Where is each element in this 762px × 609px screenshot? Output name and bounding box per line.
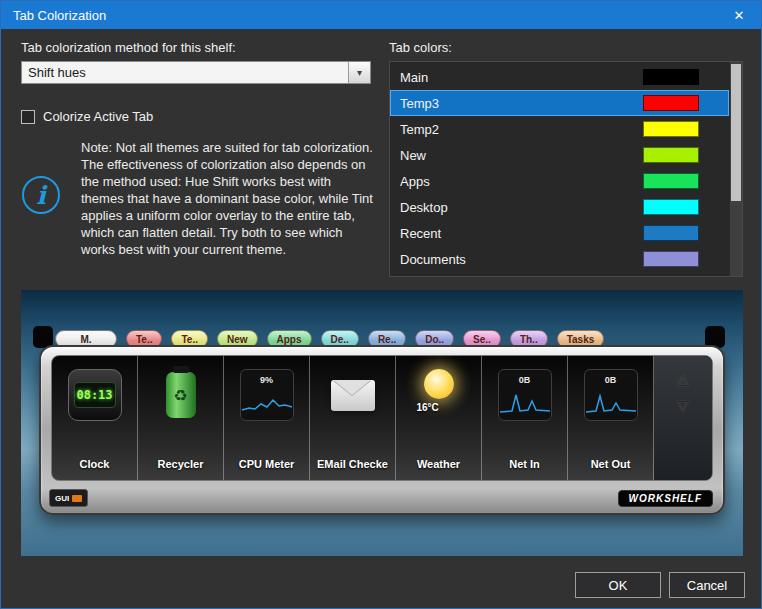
window-title: Tab Colorization: [13, 8, 106, 23]
shelf-panel: 08:13 Clock ♻ Recycler 9%: [51, 355, 713, 481]
gui-logo-text: GUI: [55, 494, 69, 503]
workshelf-badge: WORKSHELF: [618, 490, 713, 507]
tab-color-row-apps[interactable]: Apps: [390, 168, 729, 194]
chevron-down-icon[interactable]: ▾: [348, 62, 370, 83]
color-swatch: [643, 95, 699, 111]
sun-icon: [424, 369, 454, 399]
shelf-item-label: Recycler: [138, 458, 223, 470]
shelf-item-net-in: 0B Net In: [482, 356, 568, 480]
tab-color-name: Temp3: [400, 96, 643, 111]
method-dropdown[interactable]: Shift hues ▾: [21, 61, 371, 84]
recycler-icon: ♻: [166, 372, 196, 418]
color-swatch: [643, 173, 699, 189]
tab-colors-label: Tab colors:: [389, 40, 452, 55]
clock-display: 08:13: [74, 382, 116, 408]
tab-color-name: Documents: [400, 252, 643, 267]
shelf-frame: 08:13 Clock ♻ Recycler 9%: [39, 345, 725, 515]
tab-color-row-temp2[interactable]: Temp2: [390, 116, 729, 142]
color-swatch: [643, 199, 699, 215]
tab-color-name: Apps: [400, 174, 643, 189]
tab-color-name: New: [400, 148, 643, 163]
weather-temp: 16°C: [417, 402, 439, 413]
tab-color-name: Temp2: [400, 122, 643, 137]
scroll-up-icon: △: [678, 372, 689, 386]
ok-button[interactable]: OK: [575, 572, 661, 598]
shelf-item-label: EMail Checke: [310, 458, 395, 470]
info-icon: i: [22, 176, 60, 214]
method-dropdown-value: Shift hues: [22, 65, 348, 80]
shelf-item-label: Weather: [396, 458, 481, 470]
net-in-graph: [499, 392, 551, 416]
weather-icon: 16°C: [409, 365, 469, 425]
cancel-button[interactable]: Cancel: [669, 572, 745, 598]
clock-icon: 08:13: [68, 369, 122, 421]
net-out-value: 0B: [585, 375, 637, 385]
tab-color-name: Desktop: [400, 200, 643, 215]
shelf-preview-pane: M. Te.. Te.. New Apps De.. Re.. Do.. Se.…: [21, 290, 743, 556]
tab-color-row-desktop[interactable]: Desktop: [390, 194, 729, 220]
shelf-scroll-arrows: △ ▽: [654, 356, 712, 480]
colorize-active-tab-row[interactable]: Colorize Active Tab: [21, 109, 153, 124]
color-swatch: [643, 251, 699, 267]
color-swatch: [643, 147, 699, 163]
tab-color-name: Recent: [400, 226, 643, 241]
shelf-item-label: Net Out: [568, 458, 653, 470]
tab-colors-rows: Main Temp3 Temp2 New Apps Desktop: [390, 64, 729, 272]
tab-color-row-main[interactable]: Main: [390, 64, 729, 90]
cpu-meter-value: 9%: [241, 375, 293, 385]
color-swatch: [643, 225, 699, 241]
shelf-item-weather: 16°C Weather: [396, 356, 482, 480]
shelf-item-label: CPU Meter: [224, 458, 309, 470]
scrollbar-thumb[interactable]: [731, 64, 741, 201]
color-swatch: [643, 121, 699, 137]
shelf-item-clock: 08:13 Clock: [52, 356, 138, 480]
method-label: Tab colorization method for this shelf:: [21, 40, 236, 55]
tab-colorization-dialog: Tab Colorization ✕ Tab colorization meth…: [0, 0, 762, 609]
envelope-icon: [331, 380, 375, 411]
tab-color-row-recent[interactable]: Recent: [390, 220, 729, 246]
gui-logo: GUI: [49, 489, 88, 507]
shelf-item-email-checker: EMail Checke: [310, 356, 396, 480]
titlebar[interactable]: Tab Colorization ✕: [1, 1, 761, 29]
note-text: Note: Not all themes are suited for tab …: [81, 139, 373, 258]
net-out-icon: 0B: [584, 369, 638, 421]
shelf-item-label: Clock: [52, 458, 137, 470]
tab-color-row-documents[interactable]: Documents: [390, 246, 729, 272]
colorize-active-tab-label: Colorize Active Tab: [43, 109, 153, 124]
shelf-item-recycler: ♻ Recycler: [138, 356, 224, 480]
gui-logo-accent: [72, 495, 82, 502]
tab-color-row-temp3[interactable]: Temp3: [390, 90, 729, 116]
tab-colors-list: Main Temp3 Temp2 New Apps Desktop: [389, 61, 743, 277]
tab-color-name: Main: [400, 70, 643, 85]
close-icon[interactable]: ✕: [717, 1, 761, 29]
net-in-icon: 0B: [498, 369, 552, 421]
colorize-active-tab-checkbox[interactable]: [21, 110, 35, 124]
net-out-graph: [585, 392, 637, 416]
scroll-down-icon: ▽: [678, 398, 689, 412]
shelf-item-cpu-meter: 9% CPU Meter: [224, 356, 310, 480]
recycle-icon: ♻: [173, 386, 187, 405]
cpu-meter-icon: 9%: [240, 369, 294, 421]
net-in-value: 0B: [499, 375, 551, 385]
tab-colors-scrollbar[interactable]: [729, 62, 742, 276]
shelf-item-net-out: 0B Net Out: [568, 356, 654, 480]
cpu-graph: [241, 392, 293, 416]
color-swatch: [643, 69, 699, 85]
shelf-item-label: Net In: [482, 458, 567, 470]
tab-color-row-new[interactable]: New: [390, 142, 729, 168]
